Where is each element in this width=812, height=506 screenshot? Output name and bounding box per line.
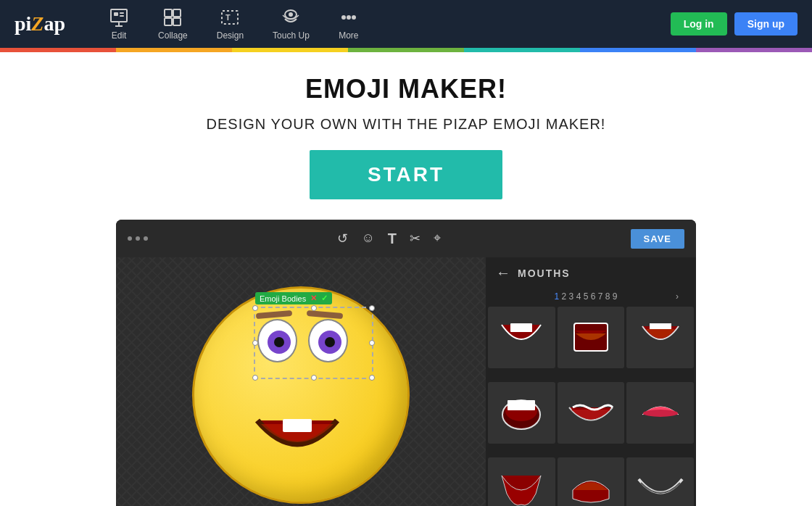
handle-ml[interactable] bbox=[252, 340, 258, 346]
editor-canvas: Emoji Bodies ✕ ✓ bbox=[116, 257, 486, 506]
mouth-option-2[interactable] bbox=[558, 307, 625, 368]
editor-menu-dots[interactable] bbox=[128, 236, 148, 241]
sticker-icon[interactable]: ☺ bbox=[361, 231, 374, 247]
handle-bl[interactable] bbox=[252, 375, 258, 381]
text-icon[interactable]: T bbox=[388, 231, 397, 247]
design-icon: T bbox=[220, 7, 240, 28]
nav-item-design[interactable]: T Design bbox=[202, 0, 258, 48]
label-tag: Emoji Bodies ✕ ✓ bbox=[255, 292, 332, 304]
main-content: EMOJI MAKER! DESIGN YOUR OWN WITH THE PI… bbox=[0, 52, 812, 506]
svg-rect-18 bbox=[510, 323, 532, 332]
svg-point-14 bbox=[341, 15, 346, 20]
nav-item-collage[interactable]: Collage bbox=[144, 0, 202, 48]
editor-tool-icons: ↺ ☺ T ✂ ⌖ bbox=[160, 231, 619, 247]
handle-tr[interactable] bbox=[369, 305, 375, 311]
nav-touchup-label: Touch Up bbox=[273, 30, 310, 41]
svg-point-16 bbox=[352, 15, 356, 20]
page-4[interactable]: 4 bbox=[576, 291, 581, 302]
colorbar-red bbox=[0, 48, 116, 52]
nav-item-edit[interactable]: Edit bbox=[94, 0, 144, 48]
nav-edit-label: Edit bbox=[112, 30, 127, 41]
dot-1 bbox=[128, 236, 132, 241]
mouth-option-3[interactable] bbox=[626, 307, 694, 368]
colorbar-blue bbox=[580, 48, 696, 52]
wand-icon[interactable]: ⌖ bbox=[434, 231, 441, 247]
mouths-grid bbox=[486, 304, 696, 506]
page-6[interactable]: 6 bbox=[591, 291, 596, 302]
page-title: EMOJI MAKER! bbox=[14, 74, 798, 104]
pages-next[interactable]: › bbox=[676, 291, 679, 302]
page-7[interactable]: 7 bbox=[598, 291, 603, 302]
svg-rect-7 bbox=[173, 9, 181, 17]
svg-point-23 bbox=[643, 410, 678, 417]
svg-point-15 bbox=[347, 15, 351, 20]
mouth-option-8[interactable] bbox=[558, 457, 625, 506]
page-8[interactable]: 8 bbox=[605, 291, 610, 302]
editor-sidebar: ← MOUTHS 1 2 3 4 5 6 7 8 9 › bbox=[486, 257, 696, 506]
logo-ap: ap bbox=[44, 12, 65, 35]
sidebar-back-button[interactable]: ← bbox=[496, 265, 510, 281]
mouth-option-9[interactable] bbox=[626, 457, 694, 506]
svg-rect-0 bbox=[111, 9, 127, 22]
label-check[interactable]: ✓ bbox=[321, 294, 328, 303]
mouth-option-4[interactable] bbox=[488, 382, 555, 444]
colorbar-yellow bbox=[232, 48, 348, 52]
nav-more-label: More bbox=[339, 30, 358, 41]
mouth-option-7[interactable] bbox=[488, 457, 555, 506]
page-subtitle: DESIGN YOUR OWN WITH THE PIZAP EMOJI MAK… bbox=[14, 116, 798, 133]
colorbar-green bbox=[348, 48, 464, 52]
sidebar-pages: 1 2 3 4 5 6 7 8 9 › bbox=[486, 289, 696, 304]
touchup-icon bbox=[281, 7, 301, 28]
colorbar-teal bbox=[464, 48, 580, 52]
label-tag-text: Emoji Bodies bbox=[260, 294, 306, 303]
svg-text:T: T bbox=[225, 13, 231, 22]
nav-items: Edit Collage T Design bbox=[94, 0, 671, 48]
undo-icon[interactable]: ↺ bbox=[337, 231, 348, 247]
signup-button[interactable]: Sign up bbox=[734, 12, 798, 36]
editor-toolbar: ↺ ☺ T ✂ ⌖ SAVE bbox=[116, 220, 696, 257]
dot-3 bbox=[144, 236, 148, 241]
logo[interactable]: piZap bbox=[14, 12, 65, 36]
svg-rect-22 bbox=[508, 400, 535, 410]
svg-rect-8 bbox=[165, 18, 172, 25]
transform-icon[interactable]: ✂ bbox=[410, 231, 420, 247]
color-bar bbox=[0, 48, 812, 52]
svg-rect-9 bbox=[173, 18, 181, 25]
svg-point-13 bbox=[289, 12, 293, 17]
editor-main: Emoji Bodies ✕ ✓ bbox=[116, 257, 696, 506]
handle-mr[interactable] bbox=[369, 340, 375, 346]
page-9[interactable]: 9 bbox=[613, 291, 618, 302]
nav-item-more[interactable]: More bbox=[324, 0, 373, 48]
mouth-option-6[interactable] bbox=[626, 382, 694, 444]
svg-rect-4 bbox=[120, 12, 124, 14]
dot-2 bbox=[136, 236, 140, 241]
nav-item-touchup[interactable]: Touch Up bbox=[258, 0, 324, 48]
svg-rect-3 bbox=[114, 12, 118, 16]
svg-rect-5 bbox=[120, 15, 124, 17]
logo-pi: pi bbox=[14, 12, 31, 35]
mouth-option-5[interactable] bbox=[558, 382, 625, 444]
login-button[interactable]: Log in bbox=[671, 12, 727, 36]
more-icon bbox=[339, 7, 359, 28]
mouth-area bbox=[246, 413, 348, 471]
page-3[interactable]: 3 bbox=[569, 291, 574, 302]
page-5[interactable]: 5 bbox=[584, 291, 589, 302]
svg-rect-17 bbox=[283, 419, 312, 432]
handle-bm[interactable] bbox=[311, 375, 317, 381]
emoji-preview: Emoji Bodies ✕ ✓ bbox=[185, 279, 417, 506]
mouth-option-1[interactable] bbox=[488, 307, 555, 368]
label-x[interactable]: ✕ bbox=[310, 294, 317, 303]
handle-tl[interactable] bbox=[252, 305, 258, 311]
nav-design-label: Design bbox=[217, 30, 244, 41]
nav-auth: Log in Sign up bbox=[671, 12, 798, 36]
start-button[interactable]: START bbox=[310, 150, 502, 199]
collage-icon bbox=[162, 7, 183, 28]
selection-box[interactable]: Emoji Bodies ✕ ✓ bbox=[254, 307, 373, 379]
handle-tm[interactable] bbox=[311, 305, 317, 311]
page-1[interactable]: 1 bbox=[555, 291, 560, 302]
save-button[interactable]: SAVE bbox=[631, 229, 684, 249]
page-2[interactable]: 2 bbox=[562, 291, 567, 302]
handle-br[interactable] bbox=[369, 375, 375, 381]
svg-rect-6 bbox=[165, 9, 172, 17]
colorbar-purple bbox=[696, 48, 812, 52]
